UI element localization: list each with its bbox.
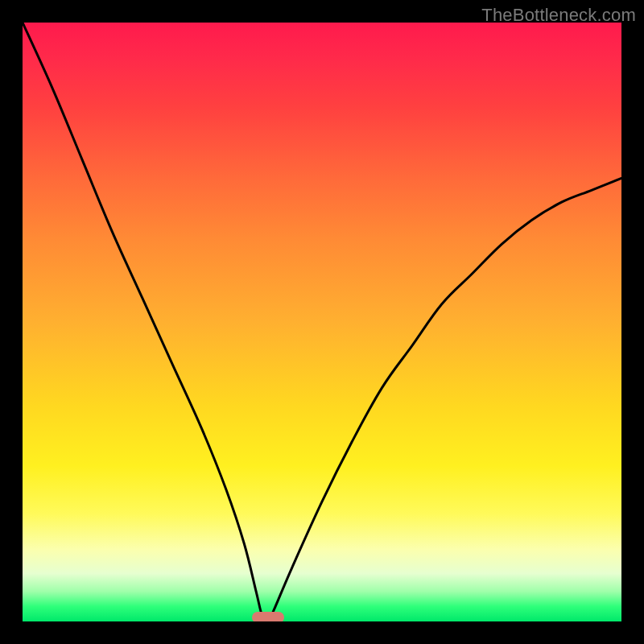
plot-area — [23, 23, 621, 621]
optimum-marker — [252, 612, 284, 621]
bottleneck-curve — [23, 23, 621, 621]
chart-frame: TheBottleneck.com — [0, 0, 644, 644]
curve-svg — [23, 23, 621, 621]
